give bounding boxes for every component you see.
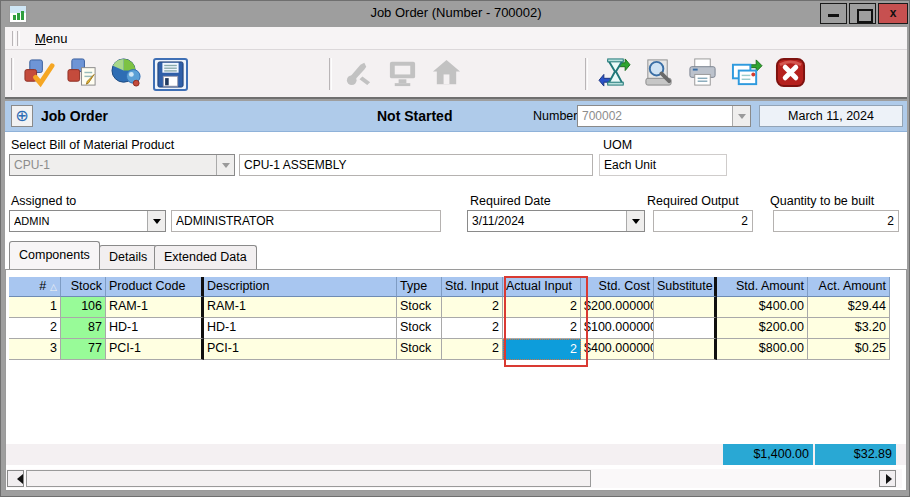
monitor-disabled-button [381,54,423,95]
titlebar: Job Order (Number - 700002) x [1,1,910,27]
cell-actual-input[interactable]: 2 [503,297,581,318]
window-title: Job Order (Number - 700002) [1,5,910,20]
number-label: Number [533,109,573,123]
bom-description-field[interactable] [239,154,593,176]
col-header-stock[interactable]: Stock [61,277,106,297]
col-header-act-amount[interactable]: Act. Amount [808,277,890,297]
tab-components[interactable]: Components [9,241,100,269]
monitor-disabled-icon [386,57,419,92]
cell-std-cost[interactable]: $200.000000 [581,297,654,318]
tab-extended-data[interactable]: Extended Data [154,245,257,269]
cell-description[interactable]: PCI-1 [204,339,397,360]
col-header-type[interactable]: Type [397,277,442,297]
assigned-to-combobox[interactable] [9,210,166,232]
exit-button[interactable] [769,54,811,95]
assigned-to-label: Assigned to [11,194,76,208]
cell-std-input[interactable]: 2 [442,297,503,318]
toolbar-grip-3[interactable] [585,58,588,90]
page-title: Job Order [41,108,108,124]
assigned-to-input[interactable] [10,211,147,231]
cell-num[interactable]: 3 [9,339,61,360]
chart-globe-icon [110,57,143,92]
record-header: Job Order Not Started Number March 11, 2… [5,101,907,132]
cell-std-input[interactable]: 2 [442,339,503,360]
cubes-check-button[interactable] [17,54,59,95]
cell-type[interactable]: Stock [397,297,442,318]
cell-actual-input-selected[interactable]: 2 [503,339,581,360]
cell-product-code[interactable]: PCI-1 [106,339,204,360]
tools-disabled-icon [342,57,375,92]
required-date-combobox[interactable] [467,210,645,232]
cell-product-code[interactable]: HD-1 [106,318,204,339]
required-output-field[interactable] [653,210,753,232]
cell-std-cost[interactable]: $400.000000 [581,339,654,360]
cell-product-code[interactable]: RAM-1 [106,297,204,318]
cell-std-input[interactable]: 2 [442,318,503,339]
menu-item-menu[interactable]: Menu [35,31,68,46]
tab-details[interactable]: Details [99,245,157,269]
cell-description[interactable]: HD-1 [204,318,397,339]
cell-num[interactable]: 2 [9,318,61,339]
cell-actual-input[interactable]: 2 [503,318,581,339]
table-row[interactable]: 2 87 HD-1 HD-1 Stock 2 2 $100.000000 $20… [9,318,890,339]
cell-stock[interactable]: 77 [61,339,106,360]
cell-type[interactable]: Stock [397,339,442,360]
cell-std-amount[interactable]: $800.00 [717,339,808,360]
toolbar-grip-2[interactable] [329,58,332,90]
cell-substitute[interactable] [654,339,717,360]
menubar-grip2 [17,31,20,46]
chart-globe-button[interactable] [105,54,147,95]
required-date-input[interactable] [468,211,626,231]
minimize-button[interactable] [820,3,847,24]
col-header-std-amount[interactable]: Std. Amount [717,277,808,297]
horizontal-scrollbar[interactable] [6,469,902,488]
cell-act-amount[interactable]: $0.25 [808,339,890,360]
cell-substitute[interactable] [654,318,717,339]
expand-icon[interactable] [11,105,33,127]
cell-num[interactable]: 1 [9,297,61,318]
required-date-dropdown-arrow-icon[interactable] [626,211,644,231]
toolbar-grip-1[interactable] [11,58,14,90]
bom-combobox [9,154,235,176]
number-input[interactable] [578,106,732,126]
cell-type[interactable]: Stock [397,318,442,339]
cubes-check-icon [22,57,55,92]
save-button[interactable] [149,54,191,95]
transfer-button[interactable] [593,54,635,95]
date-button[interactable]: March 11, 2024 [759,105,903,127]
assigned-name-field[interactable] [171,210,441,232]
cell-stock[interactable]: 106 [61,297,106,318]
cell-substitute[interactable] [654,297,717,318]
cubes-edit-button[interactable] [61,54,103,95]
email-button[interactable] [725,54,767,95]
save-icon [153,58,188,91]
col-header-std-cost[interactable]: Std. Cost [581,277,654,297]
col-header-substitute[interactable]: Substitute [654,277,717,297]
number-combobox[interactable] [577,105,751,127]
col-header-description[interactable]: Description [204,277,397,297]
close-button[interactable]: x [878,3,908,24]
table-row[interactable]: 1 106 RAM-1 RAM-1 Stock 2 2 $200.000000 … [9,297,890,318]
cell-act-amount[interactable]: $29.44 [808,297,890,318]
scroll-right-arrow-icon[interactable] [879,470,896,487]
col-header-num[interactable]: #△ [9,277,61,297]
table-row[interactable]: 3 77 PCI-1 PCI-1 Stock 2 2 $400.000000 $… [9,339,890,360]
cell-std-cost[interactable]: $100.000000 [581,318,654,339]
cell-stock[interactable]: 87 [61,318,106,339]
scrollbar-thumb[interactable] [26,470,591,487]
col-header-std-input[interactable]: Std. Input [442,277,503,297]
maximize-button[interactable] [849,3,876,24]
print-preview-button[interactable] [637,54,679,95]
cell-act-amount[interactable]: $3.20 [808,318,890,339]
print-button[interactable] [681,54,723,95]
menubar-grip[interactable] [12,31,15,46]
cell-description[interactable]: RAM-1 [204,297,397,318]
scroll-left-arrow-icon[interactable] [7,470,24,487]
col-header-actual-input[interactable]: Actual Input [503,277,581,297]
cell-std-amount[interactable]: $200.00 [717,318,808,339]
cell-std-amount[interactable]: $400.00 [717,297,808,318]
assigned-dropdown-arrow-icon[interactable] [147,211,165,231]
uom-field [599,154,727,176]
quantity-field[interactable] [773,210,899,232]
col-header-product-code[interactable]: Product Code [106,277,204,297]
